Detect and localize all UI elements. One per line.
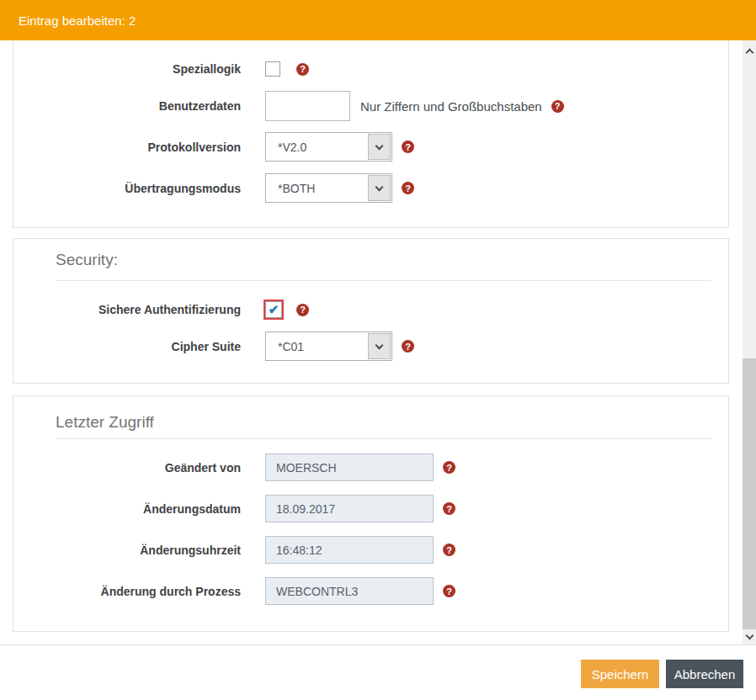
aenderung-durch-prozess-input [265,577,434,605]
select-value: *BOTH [266,174,367,202]
speziallogik-label: Speziallogik [13,62,241,76]
chevron-up-icon [745,49,753,57]
scroll-up-button[interactable] [743,44,756,59]
form-row-aenderungsdatum: Änderungsdatum ? [13,495,728,522]
cancel-button[interactable]: Abbrechen [666,660,743,688]
form-row-protokollversion: Protokollversion *V2.0 ? [13,132,728,162]
vertical-scrollbar[interactable] [743,40,756,644]
chevron-down-icon[interactable] [368,175,391,201]
sichere-authentifizierung-checkbox[interactable]: ✔ [264,300,284,320]
panel-security: Security: Sichere Authentifizierung ✔ ? … [13,238,729,384]
form-row-geaendert-von: Geändert von ? [13,453,728,481]
geaendert-von-label: Geändert von [13,461,241,475]
security-heading: Security: [56,251,118,269]
speziallogik-checkbox[interactable] [265,61,280,77]
help-icon[interactable]: ? [296,304,309,316]
sichere-authentifizierung-label: Sichere Authentifizierung [13,303,241,316]
edit-entry-dialog: Eintrag bearbeiten: 2 Speziallogik ? Ben… [0,0,756,700]
geaendert-von-input [265,453,434,481]
help-icon[interactable]: ? [443,502,455,515]
cipher-suite-select[interactable]: *C01 [265,331,392,361]
help-icon[interactable]: ? [443,544,455,556]
form-row-speziallogik: Speziallogik ? [13,61,728,77]
chevron-down-icon [745,632,753,640]
dialog-title-bar: Eintrag bearbeiten: 2 [0,0,756,40]
scrollbar-thumb[interactable] [743,358,756,629]
check-icon: ✔ [265,301,282,318]
help-icon[interactable]: ? [551,100,564,113]
select-value: *C01 [266,332,367,360]
help-icon[interactable]: ? [443,585,455,597]
help-icon[interactable]: ? [402,340,414,353]
section-divider [56,280,711,281]
benutzerdaten-input[interactable] [265,91,350,121]
benutzerdaten-label: Benutzerdaten [13,99,241,113]
form-row-aenderungsuhrzeit: Änderungsuhrzeit ? [13,536,728,564]
form-row-aenderung-durch-prozess: Änderung durch Prozess ? [13,577,728,605]
save-button[interactable]: Speichern [581,660,659,688]
help-icon[interactable]: ? [402,182,414,194]
aenderungsuhrzeit-label: Änderungsuhrzeit [13,544,241,557]
panel-general-settings: Speziallogik ? Benutzerdaten Nur Ziffern… [13,40,729,228]
form-row-sichere-authentifizierung: Sichere Authentifizierung ✔ ? [13,299,728,321]
help-icon[interactable]: ? [402,141,414,153]
aenderungsdatum-label: Änderungsdatum [13,502,241,516]
aenderung-durch-prozess-label: Änderung durch Prozess [13,585,241,598]
aenderungsuhrzeit-input [265,536,434,564]
section-divider [56,438,711,439]
last-access-heading: Letzter Zugriff [56,413,154,432]
cipher-suite-label: Cipher Suite [13,340,241,353]
benutzerdaten-hint: Nur Ziffern und Großbuchstaben [360,99,542,114]
chevron-down-icon[interactable] [368,333,391,359]
select-value: *V2.0 [266,133,367,161]
chevron-down-icon[interactable] [368,134,391,160]
scroll-down-button[interactable] [743,629,756,644]
dialog-title: Eintrag bearbeiten: 2 [19,13,136,28]
protokollversion-label: Protokollversion [13,141,241,154]
dialog-footer: Speichern Abbrechen [0,644,756,700]
form-row-benutzerdaten: Benutzerdaten Nur Ziffern und Großbuchst… [13,91,728,121]
form-row-cipher-suite: Cipher Suite *C01 ? [13,331,728,361]
uebertragungsmodus-label: Übertragungsmodus [13,182,241,195]
uebertragungsmodus-select[interactable]: *BOTH [265,173,392,203]
aenderungsdatum-input [265,495,434,522]
protokollversion-select[interactable]: *V2.0 [265,132,392,162]
panel-last-access: Letzter Zugriff Geändert von ? Änderungs… [13,395,729,632]
help-icon[interactable]: ? [443,461,455,474]
form-row-uebertragungsmodus: Übertragungsmodus *BOTH ? [13,173,728,203]
help-icon[interactable]: ? [296,63,309,76]
